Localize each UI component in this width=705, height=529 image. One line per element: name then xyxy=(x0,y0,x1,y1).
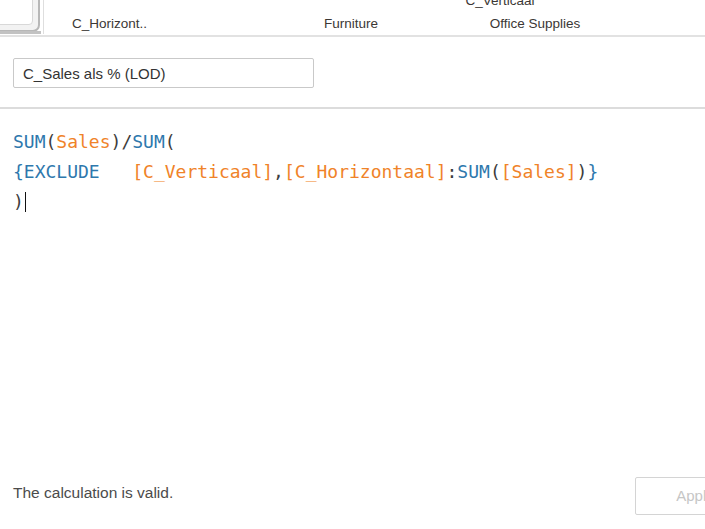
row-field-header: C_Horizont.. xyxy=(72,16,147,31)
formula-token: } xyxy=(587,161,598,182)
calculation-editor-screen: { "worksheet": { "column_field_label": "… xyxy=(0,0,705,529)
column-header-furniture: Furniture xyxy=(291,16,411,31)
formula-token: ( xyxy=(165,131,176,152)
formula-token: SUM xyxy=(132,131,165,152)
formula-token: SUM xyxy=(13,131,46,152)
formula-token: [C_Horizontaal] xyxy=(284,161,447,182)
formula-token: / xyxy=(121,131,132,152)
formula-editor[interactable]: SUM(Sales)/SUM({EXCLUDE [C_Verticaal],[C… xyxy=(13,127,693,217)
formula-line: ) xyxy=(13,187,693,217)
formula-token: ) xyxy=(111,131,122,152)
editor-header-divider xyxy=(0,107,705,109)
formula-token xyxy=(100,161,133,182)
worksheet-header-strip: C_Verticaal C_Horizont.. Furniture Offic… xyxy=(0,0,705,36)
formula-token: ) xyxy=(13,191,24,212)
worksheet-header-divider-vertical xyxy=(43,0,44,34)
formula-token: ) xyxy=(577,161,588,182)
text-cursor xyxy=(25,192,27,212)
formula-token: , xyxy=(273,161,284,182)
formula-line: {EXCLUDE [C_Verticaal],[C_Horizontaal]:S… xyxy=(13,157,693,187)
formula-token: : xyxy=(447,161,458,182)
column-field-label: C_Verticaal xyxy=(440,0,560,8)
formula-token: [Sales] xyxy=(501,161,577,182)
formula-token: {EXCLUDE xyxy=(13,161,100,182)
formula-token: Sales xyxy=(56,131,110,152)
formula-token: ( xyxy=(46,131,57,152)
validation-status: The calculation is valid. xyxy=(13,484,173,502)
calculation-name-input[interactable] xyxy=(13,58,314,88)
formula-token: ( xyxy=(490,161,501,182)
column-header-office-supplies: Office Supplies xyxy=(455,16,615,31)
apply-button[interactable]: Apply xyxy=(635,477,705,515)
formula-token: [C_Verticaal] xyxy=(132,161,273,182)
calculation-editor-dialog: SUM(Sales)/SUM({EXCLUDE [C_Verticaal],[C… xyxy=(0,37,705,529)
worksheet-corner-shadow xyxy=(0,31,41,34)
formula-line: SUM(Sales)/SUM( xyxy=(13,127,693,157)
formula-token: SUM xyxy=(457,161,490,182)
worksheet-corner-box-inner xyxy=(0,0,33,25)
